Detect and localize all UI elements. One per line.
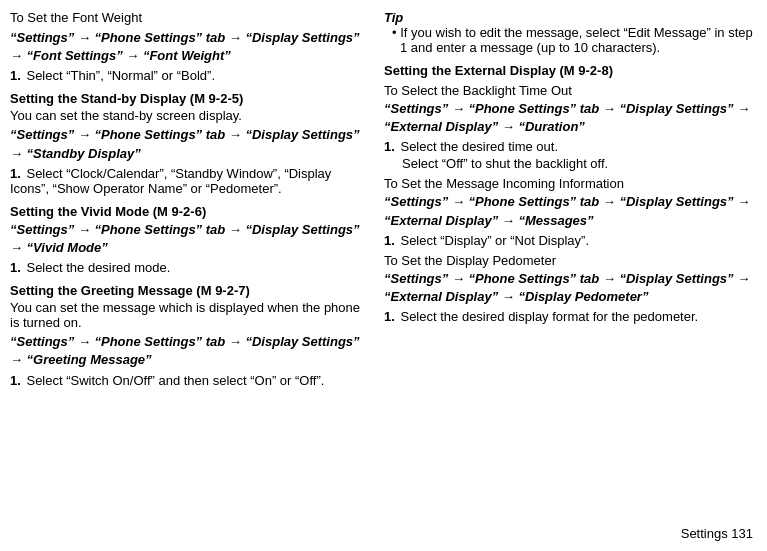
section-vivid-title: Setting the Vivid Mode (M 9-2-6) (10, 204, 364, 219)
tip-label: Tip (384, 10, 753, 25)
step-5a-sub: Select “Off” to shut the backlight off. (402, 156, 753, 171)
header-font-weight: To Set the Font Weight (10, 10, 364, 25)
step-2: 1. Select “Clock/Calendar”, “Standby Win… (10, 166, 364, 196)
nav-path-3: “Settings” → “Phone Settings” tab → “Dis… (10, 221, 364, 257)
step-4-num: 1. (10, 373, 21, 388)
step-5a: 1. Select the desired time out. (384, 139, 753, 154)
step-1-text: Select “Thin”, “Normal” or “Bold”. (26, 68, 215, 83)
step-5a-num: 1. (384, 139, 395, 154)
step-5b-text: Select “Display” or “Not Display”. (400, 233, 589, 248)
section-standb-intro: You can set the stand-by screen display. (10, 108, 364, 123)
step-3: 1. Select the desired mode. (10, 260, 364, 275)
step-3-text: Select the desired mode. (26, 260, 170, 275)
section-standb-title: Setting the Stand-by Display (M 9-2-5) (10, 91, 364, 106)
step-1-num: 1. (10, 68, 21, 83)
tip-bullet: • If you wish to edit the message, selec… (392, 25, 753, 55)
section-greeting-intro: You can set the message which is display… (10, 300, 364, 330)
subsection-pedometer: To Set the Display Pedometer (384, 253, 753, 268)
left-column: To Set the Font Weight “Settings” → “Pho… (10, 10, 380, 541)
nav-path-2: “Settings” → “Phone Settings” tab → “Dis… (10, 126, 364, 162)
step-2-text: Select “Clock/Calendar”, “Standby Window… (10, 166, 331, 196)
nav-path-5a: “Settings” → “Phone Settings” tab → “Dis… (384, 100, 753, 136)
subsection-messages: To Set the Message Incoming Information (384, 176, 753, 191)
subsection-backlight: To Select the Backlight Time Out (384, 83, 753, 98)
section-external-title: Setting the External Display (M 9-2-8) (384, 63, 753, 78)
footer-page-number: Settings 131 (681, 526, 753, 541)
step-5c-num: 1. (384, 309, 395, 324)
nav-path-1: “Settings” → “Phone Settings” tab → “Dis… (10, 29, 364, 65)
step-5a-text: Select the desired time out. (400, 139, 558, 154)
step-2-num: 1. (10, 166, 21, 181)
section-greeting-title: Setting the Greeting Message (M 9-2-7) (10, 283, 364, 298)
step-3-num: 1. (10, 260, 21, 275)
nav-path-4: “Settings” → “Phone Settings” tab → “Dis… (10, 333, 364, 369)
step-4: 1. Select “Switch On/Off” and then selec… (10, 373, 364, 388)
step-5b-num: 1. (384, 233, 395, 248)
nav-path-5c: “Settings” → “Phone Settings” tab → “Dis… (384, 270, 753, 306)
nav-path-5b: “Settings” → “Phone Settings” tab → “Dis… (384, 193, 753, 229)
step-4-text: Select “Switch On/Off” and then select “… (26, 373, 324, 388)
right-column: Tip • If you wish to edit the message, s… (380, 10, 753, 541)
step-5c: 1. Select the desired display format for… (384, 309, 753, 324)
step-5b: 1. Select “Display” or “Not Display”. (384, 233, 753, 248)
step-5c-text: Select the desired display format for th… (400, 309, 698, 324)
step-1: 1. Select “Thin”, “Normal” or “Bold”. (10, 68, 364, 83)
